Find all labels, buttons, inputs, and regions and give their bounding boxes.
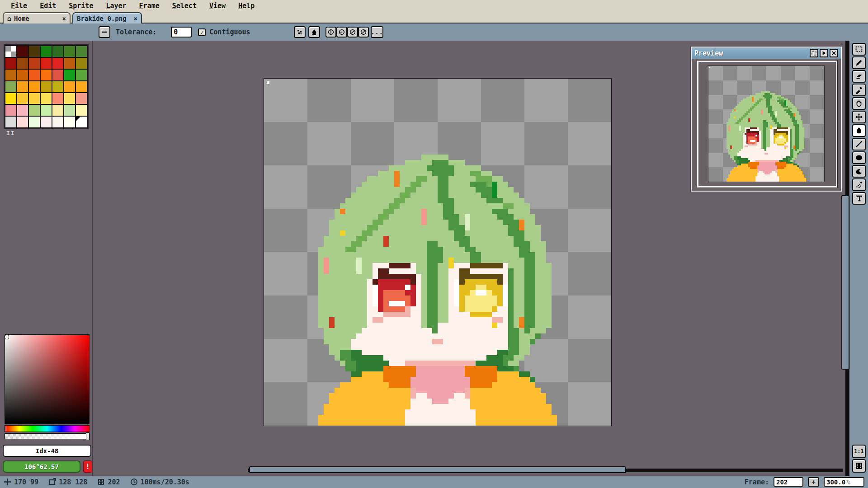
palette-swatch[interactable] xyxy=(17,58,28,69)
palette-swatch[interactable] xyxy=(52,81,63,92)
menu-layer[interactable]: Layer xyxy=(99,1,132,11)
zoom-input[interactable]: 300.0 % xyxy=(824,477,864,487)
palette-swatch[interactable] xyxy=(5,105,16,116)
palette-swatch[interactable] xyxy=(41,105,52,116)
tolerance-input[interactable] xyxy=(171,27,192,38)
tab-brakide-0-png[interactable]: Brakide_0.png × xyxy=(72,12,142,23)
palette-swatch[interactable] xyxy=(64,81,75,92)
text-tool[interactable] xyxy=(852,192,866,205)
palette-swatch[interactable] xyxy=(52,70,63,80)
timeline-toggle-button[interactable] xyxy=(852,459,866,473)
palette-swatch[interactable] xyxy=(52,93,63,104)
ellipse-tool[interactable] xyxy=(852,151,866,164)
hue-slider[interactable] xyxy=(5,425,90,432)
palette-swatch[interactable] xyxy=(29,46,40,57)
palette-swatch[interactable] xyxy=(64,70,75,80)
palette-swatch[interactable] xyxy=(76,46,87,57)
palette-swatch[interactable] xyxy=(29,70,40,80)
palette-swatch[interactable] xyxy=(17,117,28,127)
rectangular-marquee-tool[interactable] xyxy=(852,43,866,56)
frame-input[interactable] xyxy=(774,477,803,487)
palette-swatch[interactable] xyxy=(52,58,63,69)
palette-swatch[interactable] xyxy=(64,105,75,116)
palette-grip[interactable]: II xyxy=(6,130,15,136)
palette-swatch[interactable] xyxy=(41,70,52,80)
palette-swatch[interactable] xyxy=(29,105,40,116)
hand-tool[interactable] xyxy=(852,97,866,110)
vertical-scrollbar-thumb[interactable] xyxy=(841,195,849,370)
add-frame-button[interactable]: + xyxy=(808,477,819,487)
more-options-button[interactable]: ... xyxy=(371,26,383,38)
palette-swatch[interactable] xyxy=(41,46,52,57)
preview-title-bar[interactable]: Preview xyxy=(692,47,841,59)
palette-swatch[interactable] xyxy=(76,70,87,80)
spray-tool[interactable] xyxy=(852,178,866,191)
saturation-value-picker[interactable] xyxy=(5,334,90,424)
line-tool[interactable] xyxy=(852,138,866,150)
palette-swatch[interactable] xyxy=(41,93,52,104)
preview-center-button[interactable] xyxy=(810,49,818,57)
palette-swatch[interactable] xyxy=(64,58,75,69)
palette-swatch[interactable] xyxy=(41,58,52,69)
alert-badge[interactable]: ! xyxy=(83,460,92,473)
palette-swatch[interactable] xyxy=(76,81,87,92)
eraser-tool[interactable] xyxy=(852,70,866,83)
tab-file-close-icon[interactable]: × xyxy=(134,15,137,22)
menu-help[interactable]: Help xyxy=(232,1,261,11)
palette-swatch[interactable] xyxy=(17,46,28,57)
palette-swatch[interactable] xyxy=(29,81,40,92)
tab-home[interactable]: ⌂ Home × xyxy=(3,12,71,23)
palette-swatch[interactable] xyxy=(52,105,63,116)
pencil-tool[interactable] xyxy=(852,56,866,69)
palette-swatch[interactable] xyxy=(64,117,75,127)
move-tool[interactable] xyxy=(852,111,866,123)
circle-square-mode-button[interactable] xyxy=(358,27,369,38)
tab-home-close-icon[interactable]: × xyxy=(62,15,66,22)
palette-swatch[interactable] xyxy=(64,93,75,104)
preview-play-button[interactable] xyxy=(820,49,828,57)
contiguous-checkbox[interactable]: ✓ xyxy=(198,28,206,36)
eyedropper-tool[interactable] xyxy=(852,84,866,96)
palette-swatch[interactable] xyxy=(17,105,28,116)
contour-tool[interactable] xyxy=(852,165,866,178)
hsv-readout[interactable]: 106°62.57 xyxy=(3,460,80,473)
menu-select[interactable]: Select xyxy=(166,1,203,11)
menu-frame[interactable]: Frame xyxy=(133,1,166,11)
pixels-button[interactable] xyxy=(294,26,306,38)
palette-swatch[interactable] xyxy=(29,93,40,104)
color-index-button[interactable]: Idx-48 xyxy=(3,445,91,457)
menu-sprite[interactable]: Sprite xyxy=(62,1,99,11)
circle-line-mode-button[interactable] xyxy=(326,27,336,38)
palette-swatch[interactable] xyxy=(29,58,40,69)
palette-swatch[interactable] xyxy=(5,70,16,80)
palette-swatch[interactable] xyxy=(29,117,40,127)
circle-dots-mode-button[interactable] xyxy=(336,27,347,38)
palette-swatch[interactable] xyxy=(5,93,16,104)
palette-swatch[interactable] xyxy=(76,58,87,69)
palette-swatch[interactable] xyxy=(41,117,52,127)
palette-swatch[interactable] xyxy=(17,70,28,80)
palette-swatch[interactable] xyxy=(17,81,28,92)
palette-swatch[interactable] xyxy=(52,117,63,127)
palette-swatch[interactable] xyxy=(64,46,75,57)
sprite-canvas[interactable] xyxy=(264,78,612,426)
palette-swatch[interactable] xyxy=(17,93,28,104)
paint-bucket-tool[interactable] xyxy=(852,124,866,137)
ink-blob-button[interactable] xyxy=(308,26,320,38)
palette-swatch[interactable] xyxy=(5,46,16,57)
preview-close-button[interactable] xyxy=(830,49,838,57)
menu-edit[interactable]: Edit xyxy=(33,1,62,11)
palette-swatch[interactable] xyxy=(76,105,87,116)
palette-swatch[interactable] xyxy=(76,93,87,104)
horizontal-scrollbar-thumb[interactable] xyxy=(249,466,626,473)
palette-swatch[interactable] xyxy=(5,58,16,69)
palette-swatch[interactable] xyxy=(76,117,87,127)
circle-slash-mode-button[interactable] xyxy=(347,27,358,38)
palette-swatch[interactable] xyxy=(5,81,16,92)
zoom-1-1-button[interactable]: 1:1 xyxy=(852,445,866,458)
palette-swatch[interactable] xyxy=(5,117,16,127)
menu-view[interactable]: View xyxy=(203,1,232,11)
tool-options-button[interactable] xyxy=(99,26,110,38)
palette-swatch[interactable] xyxy=(41,81,52,92)
palette-swatch[interactable] xyxy=(52,46,63,57)
